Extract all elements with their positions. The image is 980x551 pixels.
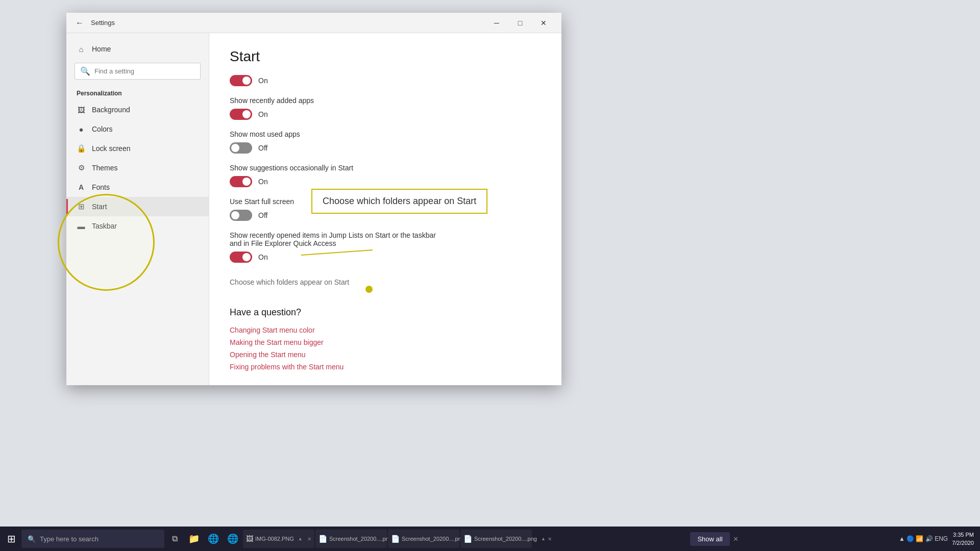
edge-button[interactable]: 🌐 — [204, 530, 223, 548]
thumbnail-close[interactable]: ✕ — [548, 536, 552, 542]
toggle-container: On — [230, 176, 541, 187]
toggle-first[interactable] — [230, 75, 252, 86]
toggle-state: On — [258, 77, 268, 85]
maximize-button[interactable]: □ — [508, 13, 532, 33]
choose-folders-link[interactable]: Choose which folders appear on Start — [230, 278, 349, 286]
sidebar-item-themes[interactable]: ⚙ Themes — [66, 158, 209, 178]
taskbar-close-icon[interactable]: ✕ — [731, 535, 741, 543]
themes-icon: ⚙ — [77, 163, 86, 172]
toggle-container: On — [230, 75, 541, 86]
help-link-opening[interactable]: Opening the Start menu — [230, 350, 541, 359]
toggle-state: On — [258, 110, 268, 118]
sidebar-section-title: Personalization — [66, 84, 209, 100]
taskbar-thumbnail-4[interactable]: 📄 Screenshot_20200....png ▲ ✕ — [460, 530, 532, 548]
toggle-recently-opened[interactable] — [230, 252, 252, 263]
toggle-thumb — [242, 77, 251, 85]
sidebar-item-background[interactable]: 🖼 Background — [66, 100, 209, 119]
colors-icon: ● — [77, 124, 86, 134]
taskbar-thumbnail-1[interactable]: 🖼 IMG-0082.PNG ▲ ✕ — [243, 530, 314, 548]
date: 7/2/2020 — [952, 539, 974, 547]
home-label: Home — [92, 45, 111, 53]
taskbar-icon: ▬ — [77, 221, 86, 231]
sidebar-search-container: 🔍 — [75, 63, 201, 80]
sidebar-item-start[interactable]: ⊞ Start — [66, 197, 209, 216]
toggle-state: Off — [258, 144, 267, 152]
sidebar-item-label: Colors — [92, 125, 112, 133]
toggle-thumb — [231, 144, 239, 152]
search-input[interactable] — [94, 67, 195, 75]
sidebar-item-taskbar[interactable]: ▬ Taskbar — [66, 216, 209, 236]
toggle-label-recently-added: Show recently added apps — [230, 96, 541, 105]
sidebar: ⌂ Home 🔍 Personalization 🖼 Background ● … — [66, 33, 209, 385]
question-title: Have a question? — [230, 307, 541, 318]
task-view-button[interactable]: ⧉ — [165, 530, 184, 548]
toggle-row-recently-added: Show recently added apps On — [230, 96, 541, 120]
toggle-row-suggestions: Show suggestions occasionally in Start O… — [230, 164, 541, 187]
sidebar-item-home[interactable]: ⌂ Home — [66, 39, 209, 59]
clock: 3:35 PM 7/2/2020 — [952, 531, 974, 547]
background-icon: 🖼 — [77, 105, 86, 114]
toggle-state: On — [258, 253, 268, 261]
minimize-button[interactable]: ─ — [485, 13, 508, 33]
taskbar-thumbnail-2[interactable]: 📄 Screenshot_20200....png ▲ ✕ — [315, 530, 387, 548]
toggle-recently-added[interactable] — [230, 109, 252, 120]
toggle-label-suggestions: Show suggestions occasionally in Start — [230, 164, 541, 172]
taskbar-thumbnail-3[interactable]: 📄 Screenshot_20200....png ▲ ✕ — [388, 530, 459, 548]
toggle-most-used[interactable] — [230, 142, 252, 154]
thumbnail-label: IMG-0082.PNG — [255, 536, 294, 542]
start-icon: ⊞ — [77, 202, 86, 211]
time: 3:35 PM — [952, 531, 974, 539]
page-title: Start — [230, 48, 541, 65]
toggle-container: Off — [230, 142, 541, 154]
toggle-thumb — [242, 178, 251, 186]
thumbnail-label: Screenshot_20200....png — [329, 536, 392, 542]
chrome-button[interactable]: 🌐 — [224, 530, 242, 548]
window-controls: ─ □ ✕ — [485, 13, 555, 33]
help-link-color[interactable]: Changing Start menu color — [230, 326, 541, 334]
help-link-fixing[interactable]: Fixing problems with the Start menu — [230, 363, 541, 371]
lock-screen-icon: 🔒 — [77, 144, 86, 153]
toggle-row-first: On — [230, 75, 541, 86]
taskbar-search-icon: 🔍 — [28, 535, 36, 543]
thumbnail-icon: 📄 — [463, 535, 472, 543]
toggle-fullscreen[interactable] — [230, 210, 252, 221]
thumbnail-icon: 📄 — [391, 535, 400, 543]
toggle-state: Off — [258, 211, 267, 219]
sidebar-item-label: Themes — [92, 164, 118, 172]
sidebar-item-lock-screen[interactable]: 🔒 Lock screen — [66, 139, 209, 158]
toggle-thumb — [242, 110, 251, 118]
sidebar-item-fonts[interactable]: A Fonts — [66, 178, 209, 197]
taskbar-search-label: Type here to search — [40, 535, 99, 543]
toggle-container: On — [230, 252, 541, 263]
window-title: Settings — [91, 19, 115, 27]
start-button[interactable]: ⊞ — [2, 530, 20, 548]
back-button[interactable]: ← — [72, 16, 87, 30]
close-button[interactable]: ✕ — [532, 13, 555, 33]
toggle-suggestions[interactable] — [230, 176, 252, 187]
toggle-thumb — [231, 211, 239, 219]
thumbnail-close[interactable]: ✕ — [307, 536, 311, 542]
callout-box: Choose which folders appear on Start — [311, 189, 487, 214]
system-tray-icons: ▲ 🔵 📶 🔊 ENG — [899, 535, 948, 542]
help-link-bigger[interactable]: Making the Start menu bigger — [230, 338, 541, 346]
toggle-label-recently-opened: Show recently opened items in Jump Lists… — [230, 231, 541, 247]
title-bar: ← Settings ─ □ ✕ — [66, 13, 561, 33]
file-explorer-button[interactable]: 📁 — [185, 530, 203, 548]
fonts-icon: A — [77, 183, 86, 192]
thumbnail-label: Screenshot_20200....png — [474, 536, 537, 542]
toggle-state: On — [258, 178, 268, 186]
callout-text: Choose which folders appear on Start — [323, 196, 476, 206]
toggle-row-recently-opened: Show recently opened items in Jump Lists… — [230, 231, 541, 263]
search-icon: 🔍 — [80, 66, 90, 76]
show-all-button[interactable]: Show all — [690, 532, 729, 546]
toggle-row-most-used: Show most used apps Off — [230, 130, 541, 154]
sidebar-item-label: Lock screen — [92, 144, 130, 153]
thumbnail-icon: 📄 — [318, 535, 327, 543]
taskbar: ⊞ 🔍 Type here to search ⧉ 📁 🌐 🌐 🖼 IMG-00… — [0, 527, 980, 551]
toggle-thumb — [242, 253, 251, 261]
sidebar-item-label: Fonts — [92, 183, 110, 191]
thumbnail-icon: 🖼 — [246, 535, 253, 543]
sidebar-item-label: Taskbar — [92, 222, 117, 230]
sidebar-item-colors[interactable]: ● Colors — [66, 119, 209, 139]
taskbar-search-box[interactable]: 🔍 Type here to search — [21, 530, 164, 548]
